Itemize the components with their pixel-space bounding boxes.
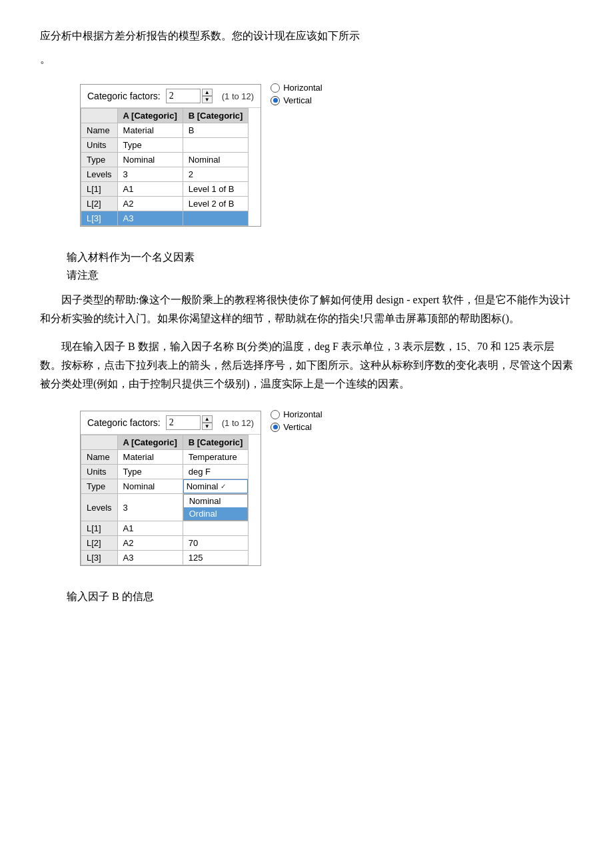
table2-col-header-row: A [Categoric] B [Categoric] [81,435,249,450]
table1-header: Categoric factors: 2 ▲ ▼ (1 to 12) [81,85,261,108]
table2-label-type: Type [81,479,118,494]
table2-a-l3: A3 [117,551,183,565]
table2-label-l1: L[1] [81,521,118,536]
table1-row-levels: Levels 3 2 [81,167,249,182]
spinner-up[interactable]: ▲ [202,89,213,96]
table2-a-name: Material [117,450,183,465]
table1-a-type: Nominal [117,153,183,167]
radio2-horizontal-label: Horizontal [283,409,322,419]
table1-label-levels: Levels [81,167,118,182]
table1-a-levels: 3 [117,167,183,182]
table2-th-empty [81,435,118,450]
table2-row-type: Type Nominal Nominal ✓ [81,479,249,494]
table1-row-name: Name Material B [81,123,249,138]
table1-th-a: A [Categoric] [117,109,183,123]
table2-row-l1: L[1] A1 [81,521,249,536]
table2-a-type: Nominal [117,479,183,494]
dropdown-option-ordinal[interactable]: Ordinal [184,507,248,520]
table2-range: (1 to 12) [222,418,254,428]
table2-a-l1: A1 [117,521,183,536]
table1-radio-horizontal[interactable]: Horizontal [271,83,322,93]
table2-b-l1 [183,521,249,536]
table1-b-l3 [183,211,249,226]
table1-b-type: Nominal [183,153,249,167]
table1-row-l3: L[3] A3 [81,211,249,226]
table1-radio-vertical[interactable]: Vertical [271,95,322,105]
type-dropdown-arrow[interactable]: ✓ [221,483,226,490]
table1-label-name: Name [81,123,118,138]
table1-radio-group: Horizontal Vertical [271,83,322,105]
table1-b-name: B [183,123,249,138]
table1-col-header-row: A [Categoric] B [Categoric] [81,109,249,123]
table1-box: Categoric factors: 2 ▲ ▼ (1 to 12) A [Ca… [80,84,261,227]
table2-b-l3: 125 [183,551,249,565]
table1-th-empty [81,109,118,123]
table1-a-l2: A2 [117,197,183,211]
table1-a-name: Material [117,123,183,138]
table1-a-l3: A3 [117,211,183,226]
table2-b-name: Temperature [183,450,249,465]
table2-b-units: deg F [183,465,249,479]
table1-a-units: Type [117,138,183,153]
table2-radio-group: Horizontal Vertical [271,409,322,432]
table1-label-units: Units [81,138,118,153]
spinner-down[interactable]: ▼ [202,96,213,103]
table1-label-l3: L[3] [81,211,118,226]
type-dropdown[interactable]: Nominal ✓ [183,479,249,493]
dropdown-list[interactable]: Nominal Ordinal [183,494,249,521]
table1-b-l1: Level 1 of B [183,182,249,197]
table2-factors-label: Categoric factors: [87,417,161,428]
table2-spinner-up[interactable]: ▲ [202,415,213,423]
table2-row-units: Units Type deg F [81,465,249,479]
table2-a-l2: A2 [117,536,183,551]
table2-b-l2: 70 [183,536,249,551]
table2-th-a: A [Categoric] [117,435,183,450]
table1-row-units: Units Type [81,138,249,153]
table1-a-l1: A1 [117,182,183,197]
radio2-vertical-circle[interactable] [271,423,280,432]
intro-line2: 。 [40,50,573,68]
radio-horizontal-circle[interactable] [271,83,280,93]
table2-row-levels: Levels 3 Nominal Ordinal [81,494,249,521]
table2-container: Categoric factors: 2 ▲ ▼ (1 to 12) A [Ca… [53,403,573,578]
table2-label-units: Units [81,465,118,479]
radio-vertical-circle[interactable] [271,96,280,105]
table1-b-units [183,138,249,153]
table2-row-l2: L[2] A2 70 [81,536,249,551]
table2-th-b: B [Categoric] [183,435,249,450]
table2-spinner-group: 2 ▲ ▼ [166,415,213,430]
table2-data: A [Categoric] B [Categoric] Name Materia… [81,435,249,565]
radio-horizontal-label: Horizontal [283,83,322,93]
table2-value-input[interactable]: 2 [166,415,201,430]
table2-label-l3: L[3] [81,551,118,565]
table1-data: A [Categoric] B [Categoric] Name Materia… [81,108,249,226]
paragraph2: 现在输入因子 B 数据，输入因子名称 B(分类)的温度，deg F 表示单位，3… [40,337,573,393]
table2-b-levels-dropdown[interactable]: Nominal Ordinal [183,494,249,521]
table2-a-levels: 3 [117,494,183,521]
table2-radio-horizontal[interactable]: Horizontal [271,409,322,419]
table1-factors-label: Categoric factors: [87,91,161,101]
table1-label-l2: L[2] [81,197,118,211]
table2-spinner-down[interactable]: ▼ [202,423,213,430]
table2-spinner[interactable]: ▲ ▼ [202,415,213,430]
table1-row-type: Type Nominal Nominal [81,153,249,167]
table1-container: Categoric factors: 2 ▲ ▼ (1 to 12) A [Ca… [53,76,573,239]
table2-label-levels: Levels [81,494,118,521]
table1-spinner[interactable]: ▲ ▼ [202,89,213,103]
table1-label-type: Type [81,153,118,167]
table2-label-l2: L[2] [81,536,118,551]
dropdown-option-nominal[interactable]: Nominal [184,495,248,507]
table2-row-l3: L[3] A3 125 [81,551,249,565]
section1-label: 输入材料作为一个名义因素 [67,251,573,265]
table2-radio-vertical[interactable]: Vertical [271,422,322,432]
table1-row-l2: L[2] A2 Level 2 of B [81,197,249,211]
note-label: 请注意 [67,269,573,283]
table1-b-levels: 2 [183,167,249,182]
table2-b-type-cell[interactable]: Nominal ✓ [183,479,249,494]
radio-vertical-label: Vertical [283,95,312,105]
table2-a-units: Type [117,465,183,479]
table1-b-l2: Level 2 of B [183,197,249,211]
radio2-horizontal-circle[interactable] [271,410,280,419]
table1-value-input[interactable]: 2 [166,89,201,103]
table1-spinner-group: 2 ▲ ▼ [166,89,213,103]
